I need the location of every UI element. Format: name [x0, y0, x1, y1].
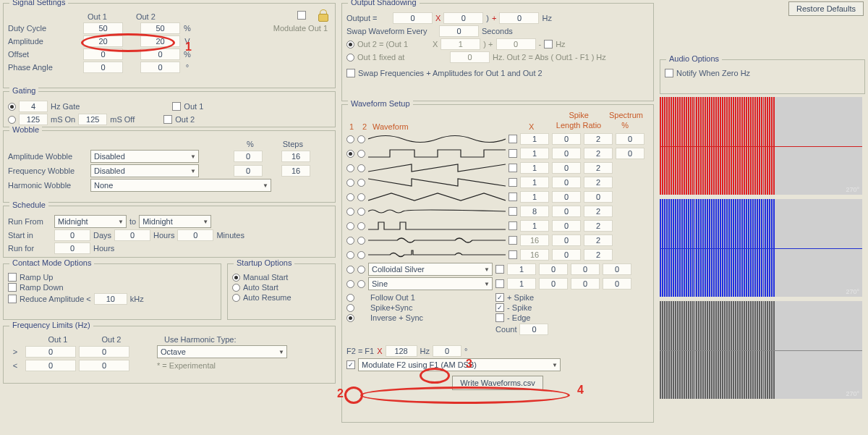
wf-c-field[interactable]: 0 — [616, 148, 644, 159]
wf-x-field[interactable]: 1 — [520, 133, 549, 145]
signal-out2-field[interactable]: 20 — [140, 35, 180, 47]
write-waveforms-button[interactable]: Write Waveforms.csv — [452, 376, 542, 390]
out1fixed-field[interactable]: 0 — [450, 51, 490, 63]
reduce-amp-field[interactable]: 10 — [94, 293, 127, 305]
output-val-field[interactable]: 0 — [393, 12, 433, 24]
gate-hz-radio[interactable] — [8, 103, 16, 111]
ramp-up-checkbox[interactable] — [8, 273, 17, 282]
wf-row-check[interactable] — [509, 207, 517, 216]
wobble-select[interactable]: Disabled — [90, 164, 199, 177]
wf-b-field[interactable]: 2 — [584, 235, 613, 246]
fl-lt-out2-field[interactable]: 0 — [79, 360, 129, 371]
wf-b-field[interactable]: 2 — [584, 249, 613, 261]
wf-a-field[interactable]: 0 — [552, 220, 581, 232]
wf-a-field[interactable]: 0 — [552, 177, 581, 188]
signal-out1-field[interactable]: 50 — [83, 22, 123, 34]
wf-select-2[interactable]: Sine — [368, 277, 493, 290]
wf-sel2-check[interactable] — [495, 279, 504, 288]
wf-c-field[interactable]: 0 — [616, 133, 644, 145]
signal-out2-field[interactable]: 0 — [140, 48, 180, 60]
wf-sel1-check[interactable] — [495, 265, 504, 274]
spike-sync-r1[interactable] — [346, 304, 354, 312]
wf-row-r2[interactable] — [357, 150, 365, 158]
minus-edge-checkbox[interactable] — [495, 313, 504, 322]
wf-row-r1[interactable] — [346, 179, 354, 187]
wf-row-check[interactable] — [509, 193, 517, 201]
wf-sel1-c[interactable]: 0 — [603, 263, 631, 275]
wf-sel2-r2[interactable] — [357, 280, 365, 288]
wf-row-r2[interactable] — [357, 251, 365, 259]
wf-row-r1[interactable] — [346, 150, 354, 158]
start-days-field[interactable]: 0 — [54, 229, 90, 241]
wf-row-r2[interactable] — [357, 135, 365, 143]
wf-row-r1[interactable] — [346, 135, 354, 143]
gate-msoff-field[interactable]: 125 — [78, 114, 107, 125]
minus-spike-checkbox[interactable]: ✓ — [495, 303, 504, 312]
inverse-sync-r1[interactable] — [346, 314, 354, 322]
f2-val-field[interactable]: 128 — [386, 345, 417, 357]
wf-row-check[interactable] — [509, 178, 517, 187]
modulate-f2-checkbox[interactable]: ✓ — [346, 360, 355, 369]
wf-row-check[interactable] — [509, 149, 517, 158]
wf-row-r1[interactable] — [346, 222, 354, 230]
ramp-down-checkbox[interactable] — [8, 283, 17, 292]
wf-row-r1[interactable] — [346, 208, 354, 216]
gate-out2-checkbox[interactable] — [163, 115, 172, 124]
runfor-hours-field[interactable]: 0 — [54, 242, 90, 254]
wf-a-field[interactable]: 0 — [552, 133, 581, 145]
wf-b-field[interactable]: 0 — [584, 191, 613, 203]
signal-out2-field[interactable]: 50 — [140, 22, 180, 34]
wf-sel1-a[interactable]: 0 — [539, 263, 568, 275]
wf-sel2-a[interactable]: 0 — [539, 278, 568, 290]
wf-b-field[interactable]: 2 — [584, 177, 613, 188]
wf-row-r2[interactable] — [357, 164, 365, 172]
wf-sel1-r2[interactable] — [357, 266, 365, 274]
harmonic-type-select[interactable]: Octave — [157, 345, 287, 358]
wf-b-field[interactable]: 2 — [584, 133, 613, 145]
gate-hz-field[interactable]: 4 — [19, 101, 48, 112]
out2eq-add-field[interactable]: 0 — [496, 38, 536, 50]
signal-out1-field[interactable]: 0 — [83, 62, 123, 73]
swap-freqs-checkbox[interactable] — [346, 69, 355, 77]
wf-row-r1[interactable] — [346, 251, 354, 259]
auto-resume-radio[interactable] — [232, 294, 240, 302]
start-hours-field[interactable]: 0 — [114, 229, 150, 241]
wf-sel2-r1[interactable] — [346, 280, 354, 288]
output-add-field[interactable]: 0 — [499, 12, 539, 24]
wf-x-field[interactable]: 1 — [520, 162, 549, 174]
count-field[interactable]: 0 — [519, 324, 548, 335]
fl-gt-out1-field[interactable]: 0 — [25, 346, 76, 358]
start-minutes-field[interactable]: 0 — [177, 229, 213, 241]
notify-zero-checkbox[interactable] — [665, 69, 673, 77]
wf-b-field[interactable]: 2 — [584, 206, 613, 217]
wf-x-field[interactable]: 1 — [520, 177, 549, 188]
wf-b-field[interactable]: 2 — [584, 162, 613, 174]
wf-row-r2[interactable] — [357, 193, 365, 201]
wf-row-check[interactable] — [509, 135, 517, 143]
wf-a-field[interactable]: 0 — [552, 148, 581, 159]
wf-x-field[interactable]: 1 — [520, 191, 549, 203]
wf-a-field[interactable]: 0 — [552, 162, 581, 174]
wf-row-r2[interactable] — [357, 237, 365, 245]
wf-x-field[interactable]: 8 — [520, 206, 549, 217]
wf-sel1-x[interactable]: 1 — [507, 263, 536, 275]
f2-deg-field[interactable]: 0 — [433, 345, 461, 357]
wobble-select[interactable]: Disabled — [90, 150, 199, 163]
signal-out2-field[interactable]: 0 — [140, 62, 180, 73]
wf-sel2-b[interactable]: 0 — [571, 278, 600, 290]
wobble-steps-field[interactable]: 16 — [281, 151, 310, 162]
wf-row-check[interactable] — [509, 236, 517, 245]
out1fixed-radio[interactable] — [346, 54, 354, 62]
wf-row-check[interactable] — [509, 221, 517, 230]
wobble-steps-field[interactable]: 16 — [281, 165, 310, 177]
wf-row-r1[interactable] — [346, 193, 354, 201]
output-mult-field[interactable]: 0 — [443, 12, 483, 24]
follow-out1-r1[interactable] — [346, 294, 354, 302]
gate-out1-checkbox[interactable] — [172, 102, 181, 111]
run-to-select[interactable]: Midnight — [139, 215, 211, 228]
wf-sel2-x[interactable]: 1 — [507, 278, 536, 290]
signal-out1-field[interactable]: 0 — [83, 48, 123, 60]
reduce-amp-checkbox[interactable] — [8, 295, 17, 303]
run-from-select[interactable]: Midnight — [54, 215, 127, 228]
wf-b-field[interactable]: 2 — [584, 148, 613, 159]
